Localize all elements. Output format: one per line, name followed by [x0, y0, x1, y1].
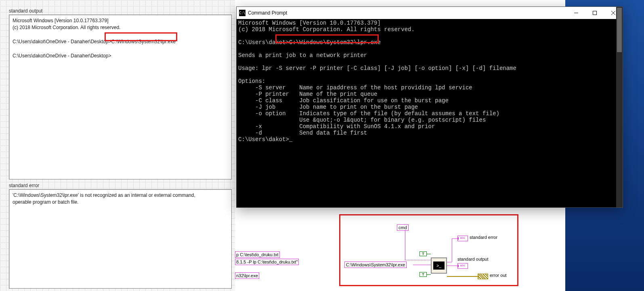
minimize-icon [574, 11, 578, 15]
command-prompt-icon: C:\ [239, 10, 245, 16]
wire [405, 260, 431, 260]
bd-bool-stdin[interactable]: T [420, 272, 427, 277]
command-prompt-body[interactable]: Microsoft Windows [Version 10.0.17763.37… [237, 19, 623, 207]
terminal-icon: >_ [433, 261, 445, 270]
wire-error [447, 276, 478, 277]
command-prompt-scrollbar[interactable] [616, 7, 623, 207]
command-prompt-window: C:\ Command Prompt Microsoft Windows [Ve… [236, 6, 623, 208]
maximize-icon [593, 11, 597, 15]
wire [447, 266, 457, 266]
command-prompt-title-text: Command Prompt [248, 10, 287, 16]
stderr-indicator-label: standard error [9, 183, 39, 188]
bd-indicator-stdout[interactable]: abc [457, 263, 468, 269]
wire [413, 265, 431, 265]
scrollbar-thumb[interactable] [617, 8, 622, 52]
bd-system-exec-node[interactable]: >_ [431, 257, 447, 274]
close-icon [611, 11, 615, 15]
bd-string-fragment-2[interactable]: 8.1.5 -P lp C:\test\do_druku.txt" [235, 259, 299, 265]
svg-rect-1 [593, 11, 597, 15]
stderr-indicator[interactable]: 'C:\Windows\System32\lpr.exe' is not rec… [9, 189, 232, 289]
bd-bool-wait[interactable]: T [420, 251, 427, 256]
wire [405, 230, 405, 260]
bd-string-lpr-path[interactable]: C:\Windows\System32\lpr.exe [344, 261, 407, 268]
bd-label-stdout: standard output [457, 257, 488, 261]
minimize-button[interactable] [567, 7, 585, 19]
wire [427, 274, 431, 275]
bd-string-cmd[interactable]: cmd [397, 224, 409, 231]
labview-block-diagram-snippet: cmd C:\Windows\System32\lpr.exe T T >_ a… [339, 214, 518, 286]
bd-indicator-stderr[interactable]: abc [457, 236, 468, 241]
window-controls [567, 7, 623, 19]
stdout-indicator-label: standard output [9, 8, 42, 14]
bd-label-errorout: error out [490, 273, 507, 278]
stdout-indicator[interactable]: Microsoft Windows [Version 10.0.17763.37… [9, 15, 232, 179]
wire [452, 238, 457, 239]
bd-string-fragment-3[interactable]: n32\lpr.exe [235, 272, 259, 279]
bd-string-fragment-1[interactable]: p C:\test\do_druku.txt [235, 251, 280, 258]
bd-label-stderr: standard error [470, 235, 497, 240]
maximize-button[interactable] [585, 7, 604, 19]
wire [447, 262, 452, 262]
wire [452, 238, 452, 262]
command-prompt-titlebar[interactable]: C:\ Command Prompt [237, 7, 623, 19]
bd-indicator-errorout[interactable] [478, 274, 488, 279]
wire [427, 254, 431, 254]
